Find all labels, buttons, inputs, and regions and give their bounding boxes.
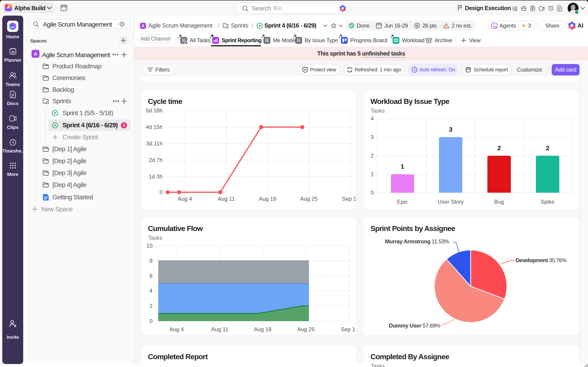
svg-text:2: 2 bbox=[371, 152, 374, 159]
svg-text:0: 0 bbox=[149, 318, 153, 324]
svg-text:Development 30.76%: Development 30.76% bbox=[516, 257, 566, 263]
svg-text:Aug 11: Aug 11 bbox=[211, 326, 228, 332]
svg-text:Bug: Bug bbox=[494, 199, 504, 205]
svg-text:2d 7h: 2d 7h bbox=[149, 157, 163, 163]
svg-text:4: 4 bbox=[371, 115, 374, 122]
svg-text:Aug 25: Aug 25 bbox=[297, 326, 315, 332]
svg-text:Aug 18: Aug 18 bbox=[259, 196, 276, 202]
svg-text:Spike: Spike bbox=[541, 199, 554, 205]
svg-text:3: 3 bbox=[371, 134, 374, 140]
svg-text:Epic: Epic bbox=[397, 199, 408, 205]
svg-text:Murray Armstrong 11.53%: Murray Armstrong 11.53% bbox=[385, 238, 449, 244]
svg-text:0: 0 bbox=[371, 190, 374, 196]
svg-text:4d 15h: 4d 15h bbox=[146, 124, 163, 130]
svg-text:6: 6 bbox=[149, 273, 153, 279]
svg-text:Aug 11: Aug 11 bbox=[218, 196, 235, 202]
svg-text:3d 11h: 3d 11h bbox=[146, 140, 163, 147]
svg-text:1d 3h: 1d 3h bbox=[149, 173, 163, 180]
svg-text:10: 10 bbox=[146, 243, 153, 249]
svg-text:2: 2 bbox=[497, 144, 501, 152]
svg-text:Sep 1: Sep 1 bbox=[341, 326, 355, 332]
svg-text:2: 2 bbox=[546, 144, 549, 152]
svg-text:2: 2 bbox=[149, 303, 153, 309]
svg-text:25: 25 bbox=[11, 50, 15, 54]
svg-text:8: 8 bbox=[149, 258, 153, 264]
svg-text:Aug 18: Aug 18 bbox=[254, 326, 271, 332]
svg-text:Sep 1: Sep 1 bbox=[342, 196, 356, 202]
svg-text:4: 4 bbox=[149, 288, 153, 294]
svg-text:5d 18h: 5d 18h bbox=[146, 107, 163, 114]
svg-text:0: 0 bbox=[160, 189, 163, 195]
svg-text:User Story: User Story bbox=[438, 199, 464, 205]
svg-text:1: 1 bbox=[401, 163, 404, 170]
svg-text:Dummy User 57.69%: Dummy User 57.69% bbox=[389, 323, 441, 329]
svg-text:3: 3 bbox=[449, 126, 452, 133]
svg-text:Aug 4: Aug 4 bbox=[178, 196, 192, 202]
svg-text:Aug 4: Aug 4 bbox=[170, 326, 184, 332]
svg-text:1: 1 bbox=[371, 171, 374, 177]
svg-text:Aug 25: Aug 25 bbox=[300, 196, 318, 202]
